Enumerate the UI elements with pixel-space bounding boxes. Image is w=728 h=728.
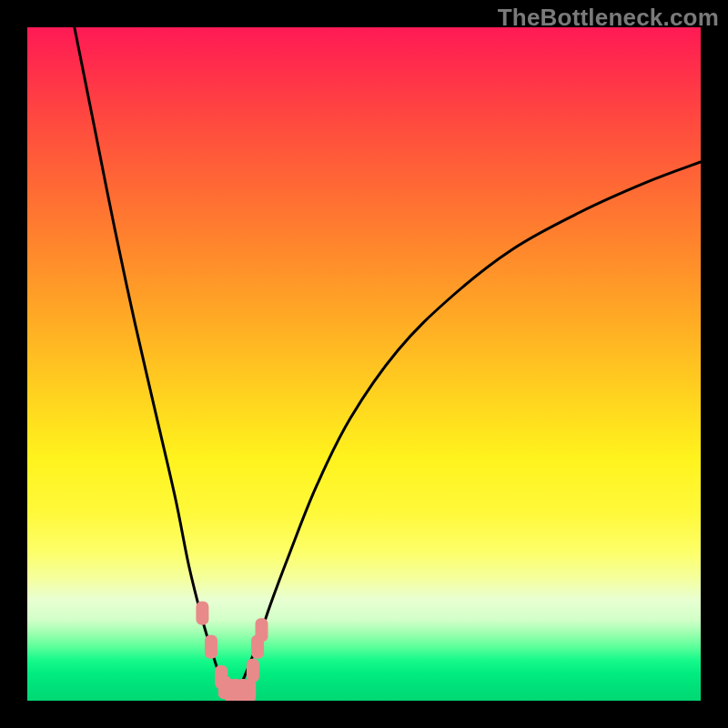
marker-point <box>247 659 259 682</box>
attribution-label: TheBottleneck.com <box>498 4 719 32</box>
chart-frame: TheBottleneck.com <box>0 0 728 728</box>
plot-area <box>27 27 701 701</box>
highlight-markers <box>196 602 268 701</box>
marker-point <box>205 635 217 659</box>
bottleneck-curve <box>75 27 701 701</box>
marker-point <box>256 618 268 642</box>
curve-layer <box>27 27 701 701</box>
bottleneck-path <box>75 27 701 701</box>
marker-point <box>196 602 208 625</box>
